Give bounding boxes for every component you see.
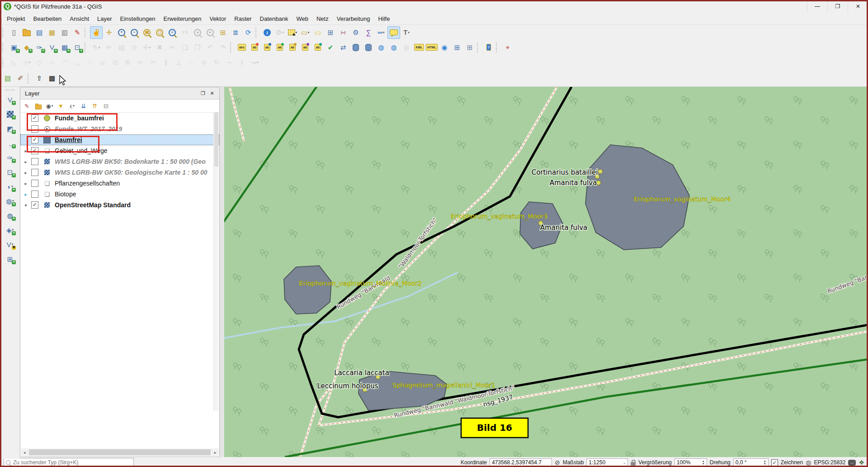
layer-row-biotope[interactable]: ▸❏Biotope — [20, 189, 219, 200]
globe-export-button[interactable]: ◉ — [438, 41, 451, 54]
zoom-in-button[interactable]: + — [115, 26, 128, 39]
menu-einstellungen[interactable]: Einstellungen — [116, 14, 160, 24]
menu-layer[interactable]: Layer — [93, 14, 116, 24]
georeferencer-button[interactable]: ▧ — [1, 72, 14, 85]
import-photos-button[interactable]: ⇧ — [33, 72, 46, 85]
menu-raster[interactable]: Raster — [230, 14, 255, 24]
toolbar-handle[interactable] — [5, 90, 14, 91]
identify-features-button[interactable]: i — [261, 26, 274, 39]
statistics-button[interactable]: ∑ — [362, 26, 375, 39]
scrollbar-thumb[interactable] — [29, 449, 211, 455]
scroll-left-icon[interactable]: ◂ — [21, 450, 28, 455]
metasearch-catalog-button[interactable]: ◍ — [387, 41, 400, 54]
new-mesh-layer-button[interactable]: ▦+ — [58, 41, 71, 54]
measure-button[interactable]: ═▾ — [375, 26, 387, 39]
open-project-button[interactable] — [20, 26, 33, 39]
recenter-button[interactable]: ⌖ — [501, 41, 514, 54]
new-spatialite-layer-button[interactable]: ✑+ — [33, 41, 46, 54]
menu-erweiterungen[interactable]: Erweiterungen — [160, 14, 206, 24]
layer-visibility-checkbox[interactable] — [31, 125, 38, 133]
lock-scale-icon[interactable] — [631, 462, 636, 466]
new-shapefile-layer-button[interactable]: ◆+ — [20, 41, 33, 54]
layer-row-openstreetmap[interactable]: ▾✓OpenStreetMap Standard — [20, 200, 219, 210]
add-raster-layer-button[interactable]: + — [4, 108, 16, 120]
zoom-to-layer-button[interactable]: ≡ — [166, 26, 179, 39]
minimize-button[interactable]: — — [807, 0, 827, 13]
mouse-position-toggle-icon[interactable]: ⊘ — [555, 459, 560, 466]
filter-by-expression-button[interactable]: ε▾ — [66, 100, 78, 111]
highlight-labels-button[interactable]: ab — [274, 41, 286, 54]
layer-row-funde_wt_2017_2019[interactable]: Funde_WT_2017_2019 — [20, 124, 219, 134]
grid-tool-button[interactable]: ⊞ — [451, 41, 463, 54]
menu-datenbank[interactable]: Datenbank — [256, 14, 292, 24]
layer-row-funde_baumfrei[interactable]: ✓Funde_baumfrei — [20, 113, 219, 124]
layer-visibility-checkbox[interactable] — [31, 191, 38, 198]
style-manager-button[interactable]: ✎ — [71, 26, 84, 39]
new-project-button[interactable]: ▯ — [8, 26, 20, 39]
search-input[interactable] — [12, 459, 132, 466]
layout-manager-button[interactable]: ▥ — [58, 26, 71, 39]
layer-visibility-checkbox[interactable]: ✓ — [31, 147, 38, 154]
add-mesh-layer-button[interactable]: ◩+ — [4, 122, 16, 135]
layer-visibility-checkbox[interactable] — [31, 169, 38, 176]
table-tool-button[interactable]: ⊞ — [463, 41, 476, 54]
new-map-view-button[interactable]: ⊞ — [217, 26, 229, 39]
add-spatialite-layer-button[interactable]: ✑+ — [4, 151, 16, 164]
offline-editing-button[interactable]: ⇄ — [337, 41, 349, 54]
layer-visibility-checkbox[interactable] — [31, 180, 38, 187]
select-features-button[interactable]: ▾ — [286, 26, 299, 39]
layer-row-gebiet_und_wege[interactable]: ▸✓❏Gebiet_und_Wege — [20, 145, 219, 156]
text-annotation-button[interactable]: T▾ — [400, 26, 413, 39]
magnifier-spinbox[interactable]: 100%▲▼ — [675, 458, 707, 467]
layer-labeling-button[interactable]: abc — [236, 41, 248, 54]
menu-hilfe[interactable]: Hilfe — [374, 14, 394, 24]
scale-combobox[interactable]: 1:1250⌄ — [586, 458, 628, 467]
expand-icon[interactable]: ▸ — [20, 159, 31, 164]
layer-visibility-checkbox[interactable]: ✓ — [31, 201, 38, 209]
map-canvas[interactable]: Rundweg "Bannwald"Waldmoor-Torfstich"Run… — [224, 87, 867, 457]
open-attribute-table-button[interactable]: ⊞ — [324, 26, 337, 39]
menu-ansicht[interactable]: Ansicht — [66, 14, 93, 24]
new-virtual-layer-button[interactable]: ⊡+ — [71, 41, 84, 54]
rotate-label-button[interactable]: ab — [299, 41, 311, 54]
close-button[interactable]: ✕ — [848, 0, 868, 13]
map-sketch-button[interactable]: ✐ — [14, 72, 27, 85]
add-delimited-text-layer-button[interactable]: ,+ — [4, 137, 16, 149]
metasearch-button[interactable]: ◍ — [375, 41, 387, 54]
crs-globe-icon[interactable]: ◍ — [806, 459, 811, 466]
deselect-features-button[interactable]: ▭ — [311, 26, 324, 39]
zoom-to-selection-button[interactable]: ▢ — [153, 26, 166, 39]
field-calculator-button[interactable]: ∺ — [337, 26, 349, 39]
locator-search[interactable] — [4, 458, 134, 467]
layer-visibility-checkbox[interactable] — [31, 158, 38, 165]
new-geopackage-layer-button[interactable]: ▣+ — [8, 41, 20, 54]
check-geometries-button[interactable]: ✔ — [324, 41, 337, 54]
new-table-button[interactable]: ⊞+ — [4, 253, 16, 265]
menu-projekt[interactable]: Projekt — [3, 14, 29, 24]
pin-labels-button[interactable]: ab — [261, 41, 274, 54]
panel-vertical-scrollbar[interactable] — [213, 112, 219, 411]
scroll-right-icon[interactable]: ▸ — [212, 450, 219, 455]
layer-row-wms[interactable]: ▸WMS LGRB-BW BK50: Bodenkarte 1 : 50 000… — [20, 156, 219, 167]
extensions-icon[interactable]: ❖ — [859, 459, 864, 466]
help-button[interactable]: ? — [482, 41, 495, 54]
expand-icon[interactable]: ▾ — [20, 203, 31, 208]
filter-legend-button[interactable]: ▼ — [55, 100, 66, 111]
html-export-button[interactable]: HTML — [425, 41, 438, 54]
menu-bearbeiten[interactable]: Bearbeiten — [29, 14, 66, 24]
menu-verarbeitung[interactable]: Verarbeitung — [333, 14, 374, 24]
layer-diagram-button[interactable]: ab — [248, 41, 261, 54]
select-by-screenshot-button[interactable]: ▩ — [46, 72, 58, 85]
add-vector-layer-button[interactable]: V+ — [4, 93, 16, 106]
open-layer-styling-button[interactable]: ✎ — [21, 100, 33, 111]
zoom-full-extent-button[interactable]: ▣ — [141, 26, 153, 39]
rotation-spinbox[interactable]: 0,0 °▲▼ — [733, 458, 769, 467]
add-wms-layer-button[interactable]: ◍+▾ — [4, 195, 16, 207]
map-tips-button[interactable] — [387, 26, 400, 39]
coordinate-input[interactable]: 473568.2,5397454.7 — [490, 458, 552, 467]
bookmarks-button[interactable]: ≣ — [229, 26, 242, 39]
pan-map-button[interactable]: ✌ — [90, 26, 103, 39]
expand-icon[interactable]: ▸ — [20, 170, 31, 175]
select-by-expression-button[interactable]: ▭▾ — [299, 26, 311, 39]
save-project-button[interactable]: ▤ — [33, 26, 46, 39]
